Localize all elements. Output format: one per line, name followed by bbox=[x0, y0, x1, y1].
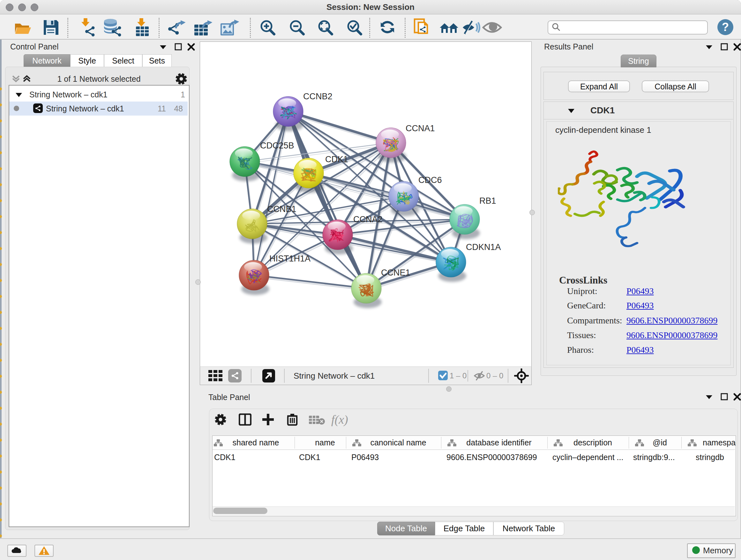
svg-text:CDKN1A: CDKN1A bbox=[466, 242, 501, 252]
svg-text:CDC25B: CDC25B bbox=[260, 141, 294, 150]
svg-text:HIST1H1A: HIST1H1A bbox=[269, 254, 311, 263]
svg-text:CCNE1: CCNE1 bbox=[381, 268, 410, 277]
svg-text:RB1: RB1 bbox=[479, 196, 496, 206]
svg-text:CDK1: CDK1 bbox=[325, 154, 348, 164]
svg-text:CCNB1: CCNB1 bbox=[267, 204, 296, 214]
svg-text:CCNB2: CCNB2 bbox=[303, 91, 333, 101]
svg-text:CCNA1: CCNA1 bbox=[406, 124, 435, 133]
svg-text:CDC6: CDC6 bbox=[418, 175, 442, 185]
svg-text:CCNA2: CCNA2 bbox=[353, 214, 383, 224]
